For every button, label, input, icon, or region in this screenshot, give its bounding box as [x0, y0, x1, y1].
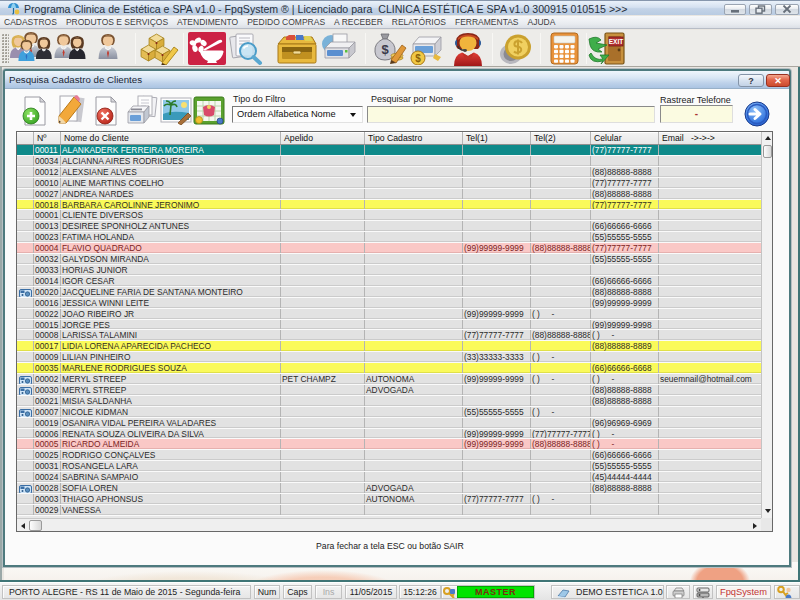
- svg-text:$: $: [381, 42, 389, 57]
- svg-text:$: $: [415, 53, 421, 64]
- svg-text:EXIT: EXIT: [609, 38, 623, 45]
